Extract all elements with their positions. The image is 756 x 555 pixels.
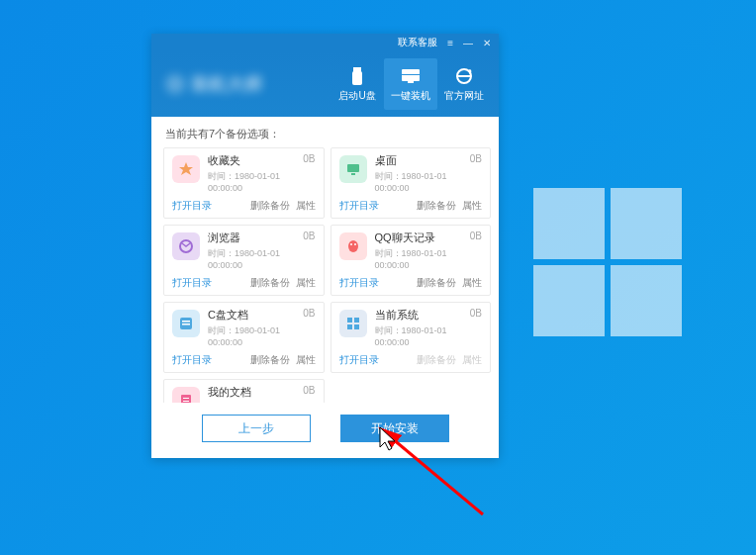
- minimize-icon[interactable]: —: [463, 38, 473, 48]
- svg-point-11: [354, 243, 356, 245]
- backup-card: 当前系统 0B 时间：1980-01-01 00:00:00 打开目录 删除备份…: [331, 302, 492, 373]
- backup-size: 0B: [470, 308, 482, 323]
- svg-rect-17: [347, 324, 352, 329]
- backup-size: 0B: [303, 308, 315, 323]
- properties-link[interactable]: 属性: [462, 353, 482, 367]
- properties-link[interactable]: 属性: [296, 276, 316, 290]
- nav-tabs: 启动U盘 一键装机 官方网址: [331, 58, 491, 110]
- properties-link[interactable]: 属性: [296, 353, 316, 367]
- window-titlebar: 联系客服 ≡ — ✕: [151, 34, 499, 51]
- open-dir-link[interactable]: 打开目录: [339, 276, 379, 290]
- close-icon[interactable]: ✕: [483, 38, 491, 48]
- backup-title: 收藏夹: [208, 153, 240, 168]
- prev-button[interactable]: 上一步: [202, 415, 311, 442]
- svg-rect-7: [351, 173, 355, 175]
- svg-point-9: [348, 240, 358, 252]
- delete-backup-link[interactable]: 删除备份: [417, 276, 456, 290]
- open-dir-link[interactable]: 打开目录: [339, 199, 379, 213]
- backup-time: 时间：1980-01-01 00:00:00: [375, 247, 483, 270]
- open-dir-link[interactable]: 打开目录: [172, 353, 212, 367]
- svg-rect-13: [182, 321, 190, 323]
- delete-backup-link[interactable]: 删除备份: [417, 199, 456, 213]
- backup-time: 时间：1980-01-01 00:00:00: [208, 402, 316, 403]
- svg-rect-1: [352, 71, 362, 85]
- backup-card: 收藏夹 0B 时间：1980-01-01 00:00:00 打开目录 删除备份 …: [163, 147, 325, 219]
- svg-rect-6: [347, 164, 359, 172]
- star-icon: [172, 155, 200, 183]
- properties-link[interactable]: 属性: [296, 199, 316, 213]
- backup-time: 时间：1980-01-01 00:00:00: [208, 324, 316, 347]
- menu-icon[interactable]: ≡: [447, 38, 453, 48]
- backup-size: 0B: [303, 385, 315, 400]
- svg-rect-4: [408, 81, 414, 83]
- app-header: 装机大师 启动U盘 一键装机 官方网址: [151, 51, 499, 117]
- svg-rect-18: [354, 324, 359, 329]
- start-install-button[interactable]: 开始安装: [340, 415, 449, 442]
- backup-time: 时间：1980-01-01 00:00:00: [208, 170, 316, 193]
- backup-title: QQ聊天记录: [375, 231, 435, 245]
- contact-support-link[interactable]: 联系客服: [398, 36, 437, 49]
- properties-link[interactable]: 属性: [462, 199, 482, 213]
- backup-time: 时间：1980-01-01 00:00:00: [208, 247, 316, 270]
- delete-backup-link[interactable]: 删除备份: [250, 199, 290, 213]
- backup-size: 0B: [470, 153, 482, 168]
- system-icon: [339, 310, 367, 337]
- svg-rect-14: [182, 324, 190, 325]
- backup-title: 我的文档: [208, 385, 251, 400]
- nav-usb-boot[interactable]: 启动U盘: [331, 58, 384, 110]
- backup-title: 桌面: [375, 153, 397, 168]
- installer-dialog: 联系客服 ≡ — ✕ 装机大师 启动U盘 一键装机: [151, 34, 499, 458]
- backup-title: C盘文档: [208, 308, 248, 323]
- desktop-icon: [339, 155, 367, 183]
- svg-rect-21: [183, 401, 189, 402]
- qq-icon: [339, 232, 367, 260]
- backup-card: 浏览器 0B 时间：1980-01-01 00:00:00 打开目录 删除备份 …: [163, 225, 325, 296]
- open-dir-link[interactable]: 打开目录: [339, 353, 379, 367]
- svg-rect-15: [347, 318, 352, 323]
- svg-rect-20: [183, 398, 189, 399]
- backup-size: 0B: [470, 231, 482, 245]
- usb-icon: [346, 65, 368, 87]
- install-icon: [400, 65, 422, 87]
- svg-rect-3: [402, 74, 420, 75]
- backup-card: 我的文档 0B 时间：1980-01-01 00:00:00 打开目录 删除备份…: [163, 379, 325, 403]
- backup-count-label: 当前共有7个备份选项：: [163, 127, 491, 141]
- backup-size: 0B: [303, 231, 315, 245]
- backup-card: 桌面 0B 时间：1980-01-01 00:00:00 打开目录 删除备份 属…: [331, 147, 492, 219]
- backup-title: 浏览器: [208, 231, 240, 245]
- backup-title: 当前系统: [375, 308, 419, 323]
- backup-time: 时间：1980-01-01 00:00:00: [375, 324, 483, 347]
- app-logo: 装机大师: [159, 72, 331, 96]
- ie-icon: [453, 65, 475, 87]
- nav-one-click-install[interactable]: 一键装机: [384, 58, 437, 110]
- backup-size: 0B: [303, 153, 315, 168]
- nav-official-site[interactable]: 官方网址: [437, 58, 491, 110]
- doc-icon: [172, 387, 200, 403]
- backup-time: 时间：1980-01-01 00:00:00: [375, 170, 483, 193]
- windows-logo: [533, 188, 682, 336]
- footer-actions: 上一步 开始安装: [151, 403, 499, 458]
- backup-items-grid: 收藏夹 0B 时间：1980-01-01 00:00:00 打开目录 删除备份 …: [163, 147, 491, 403]
- svg-point-10: [350, 243, 352, 245]
- delete-backup-link[interactable]: 删除备份: [250, 276, 290, 290]
- delete-backup-link[interactable]: 删除备份: [250, 353, 290, 367]
- backup-card: QQ聊天记录 0B 时间：1980-01-01 00:00:00 打开目录 删除…: [331, 225, 492, 296]
- svg-rect-16: [354, 318, 359, 323]
- delete-backup-link: 删除备份: [417, 353, 456, 367]
- properties-link[interactable]: 属性: [462, 276, 482, 290]
- open-dir-link[interactable]: 打开目录: [172, 199, 212, 213]
- content-area: 当前共有7个备份选项： 收藏夹 0B 时间：1980-01-01 00:00:0…: [151, 117, 499, 403]
- backup-card: C盘文档 0B 时间：1980-01-01 00:00:00 打开目录 删除备份…: [163, 302, 325, 373]
- cdisk-icon: [172, 310, 200, 337]
- browser-icon: [172, 232, 200, 260]
- open-dir-link[interactable]: 打开目录: [172, 276, 212, 290]
